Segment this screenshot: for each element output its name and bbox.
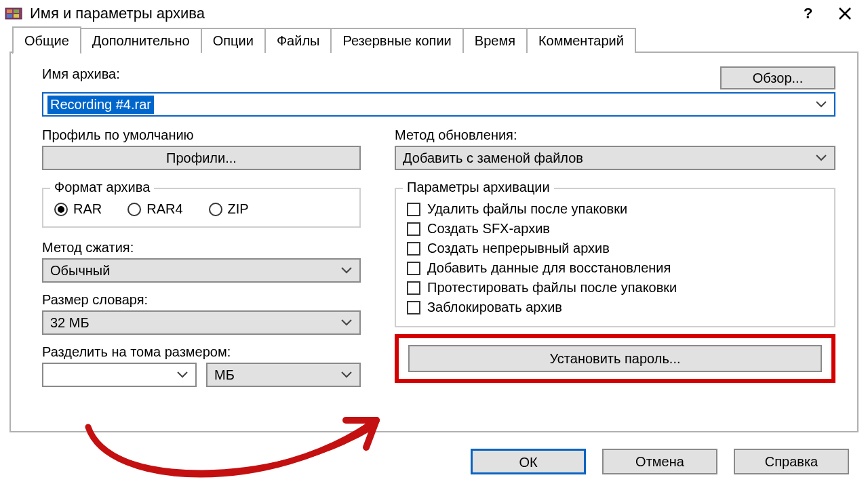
tab-options[interactable]: Опции bbox=[201, 28, 266, 53]
svg-rect-3 bbox=[7, 14, 12, 18]
tab-backup[interactable]: Резервные копии bbox=[330, 28, 463, 53]
compression-label: Метод сжатия: bbox=[42, 240, 361, 256]
close-button[interactable] bbox=[826, 1, 864, 26]
opt-sfx[interactable]: Создать SFX-архив bbox=[407, 221, 823, 237]
opt-test[interactable]: Протестировать файлы после упаковки bbox=[407, 280, 823, 296]
split-label: Разделить на тома размером: bbox=[42, 344, 361, 360]
archive-name-input[interactable]: Recording #4.rar bbox=[42, 92, 835, 117]
archive-name-label: Имя архива: bbox=[42, 66, 708, 82]
tab-comment[interactable]: Комментарий bbox=[526, 28, 636, 53]
split-unit-dropdown[interactable]: МБ bbox=[206, 363, 361, 387]
tab-general[interactable]: Общие bbox=[12, 26, 81, 54]
svg-rect-4 bbox=[14, 14, 19, 18]
chevron-down-icon bbox=[340, 266, 353, 274]
update-method-dropdown[interactable]: Добавить с заменой файлов bbox=[395, 146, 835, 170]
compression-value: Обычный bbox=[50, 263, 110, 279]
opt-solid[interactable]: Создать непрерывный архив bbox=[407, 241, 823, 256]
tab-files[interactable]: Файлы bbox=[264, 28, 332, 53]
svg-text:?: ? bbox=[804, 6, 812, 21]
split-size-input[interactable] bbox=[42, 363, 197, 387]
password-highlight: Установить пароль... bbox=[395, 334, 835, 383]
update-method-label: Метод обновления: bbox=[395, 127, 835, 143]
set-password-button[interactable]: Установить пароль... bbox=[408, 345, 822, 372]
dialog-footer: ОК Отмена Справка bbox=[471, 449, 849, 474]
chevron-down-icon bbox=[176, 371, 189, 379]
format-zip-label: ZIP bbox=[228, 201, 249, 217]
compression-dropdown[interactable]: Обычный bbox=[42, 258, 361, 283]
archive-name-value: Recording #4.rar bbox=[47, 96, 154, 114]
chevron-down-icon bbox=[815, 100, 827, 108]
help-button[interactable]: ? bbox=[788, 1, 826, 26]
dialog-window: Имя и параметры архива ? Общие Дополните… bbox=[0, 0, 868, 488]
format-rar-radio[interactable]: RAR bbox=[54, 201, 102, 217]
profiles-button[interactable]: Профили... bbox=[42, 146, 361, 170]
help-footer-button[interactable]: Справка bbox=[734, 449, 849, 474]
tab-advanced[interactable]: Дополнительно bbox=[80, 28, 202, 53]
default-profile-label: Профиль по умолчанию bbox=[42, 127, 361, 143]
dict-size-dropdown[interactable]: 32 МБ bbox=[42, 310, 361, 335]
chevron-down-icon bbox=[340, 319, 353, 327]
opt-lock[interactable]: Заблокировать архив bbox=[407, 300, 823, 315]
cancel-button[interactable]: Отмена bbox=[602, 449, 717, 474]
opt-delete-after[interactable]: Удалить файлы после упаковки bbox=[407, 201, 823, 217]
format-zip-radio[interactable]: ZIP bbox=[209, 201, 249, 217]
format-rar4-radio[interactable]: RAR4 bbox=[127, 201, 182, 217]
svg-rect-2 bbox=[14, 9, 19, 13]
update-method-value: Добавить с заменой файлов bbox=[403, 150, 583, 166]
format-rar-label: RAR bbox=[73, 201, 102, 217]
tab-time[interactable]: Время bbox=[462, 28, 528, 53]
window-title: Имя и параметры архива bbox=[30, 5, 788, 22]
titlebar: Имя и параметры архива ? bbox=[0, 0, 868, 27]
ok-button[interactable]: ОК bbox=[471, 449, 586, 474]
tab-bar: Общие Дополнительно Опции Файлы Резервны… bbox=[0, 27, 868, 53]
svg-rect-1 bbox=[7, 9, 12, 13]
dict-size-value: 32 МБ bbox=[50, 315, 90, 331]
dict-size-label: Размер словаря: bbox=[42, 292, 361, 308]
split-unit-value: МБ bbox=[214, 367, 235, 383]
archiving-params-legend: Параметры архивации bbox=[403, 180, 554, 195]
archive-format-legend: Формат архива bbox=[50, 180, 154, 195]
app-icon bbox=[4, 4, 23, 23]
general-panel: Имя архива: Обзор... Recording #4.rar Пр… bbox=[9, 53, 859, 432]
opt-recovery[interactable]: Добавить данные для восстановления bbox=[407, 260, 823, 276]
browse-button[interactable]: Обзор... bbox=[720, 66, 835, 89]
format-rar4-label: RAR4 bbox=[146, 201, 182, 217]
chevron-down-icon bbox=[815, 154, 827, 162]
chevron-down-icon bbox=[340, 371, 353, 379]
